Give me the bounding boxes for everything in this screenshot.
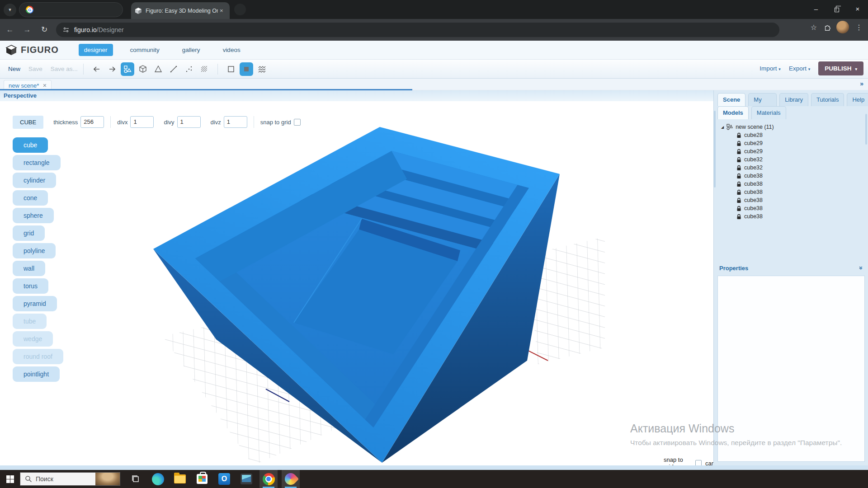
scene-tab-close-icon[interactable]: ✕ [42,83,47,89]
tab-overflow-icon[interactable]: » [860,80,863,87]
tree-item[interactable]: cube38 [714,212,868,221]
window-close-button[interactable]: × [847,0,868,18]
vertices-tool-button[interactable] [182,62,196,76]
import-dropdown[interactable]: Import ▾ [760,65,781,72]
reload-icon[interactable]: ↻ [37,23,52,37]
panel-tab[interactable]: Library [779,93,808,106]
taskbar-app-chrome[interactable] [259,470,278,488]
panel-tab[interactable]: Help [847,93,868,106]
panel-scrollbar-left[interactable] [714,111,716,188]
extensions-puzzle-icon[interactable] [824,23,832,31]
profile-avatar[interactable] [836,21,849,33]
render-solid-button[interactable] [240,62,253,76]
cone-tool-button[interactable] [151,62,165,76]
tree-item[interactable]: cube32 [714,155,868,164]
taskbar-app-photos[interactable] [237,470,255,488]
url-bar[interactable]: figuro.io/Designer [56,23,779,37]
tree-expand-icon[interactable]: ◢ [721,125,724,129]
file-menu-item[interactable]: Save [28,66,42,72]
browser-tab-active[interactable]: Figuro: Easy 3D Modeling Onli × [131,2,230,19]
panel-scrollbar-right[interactable] [865,114,867,145]
back-icon[interactable]: ← [3,23,17,37]
line-tool-button[interactable] [167,62,180,76]
tree-item[interactable]: cube32 [714,164,868,172]
browser-menu-icon[interactable]: ⋮ [854,23,864,32]
panel-tab[interactable]: Scene [717,93,745,106]
wireframe-button[interactable] [198,62,211,76]
export-dropdown[interactable]: Export ▾ [789,65,810,72]
taskbar-app-explorer[interactable] [171,470,189,488]
redo-button[interactable] [105,62,119,76]
shape-button[interactable]: pyramid [13,296,57,311]
tree-item[interactable]: cube38 [714,204,868,212]
shape-button[interactable]: pointlight [13,366,60,382]
snap-to-grid-checkbox[interactable] [294,119,301,126]
shape-button[interactable]: cylinder [13,173,56,188]
snap-to-grid-checkbox-2[interactable] [695,460,702,466]
taskbar-app-outlook[interactable] [215,470,233,488]
window-restore-button[interactable] [826,0,847,18]
taskbar-search[interactable]: Поиск [20,472,120,486]
panel-subtab[interactable]: Materials [751,106,786,119]
tree-item[interactable]: cube29 [714,147,868,155]
viewport-3d[interactable]: CUBE thickness 256 divx 1 divy 1 divz 1 … [0,101,713,465]
new-tab-button[interactable] [234,4,246,15]
nav-item[interactable]: community [125,44,165,56]
tree-item[interactable]: cube29 [714,139,868,147]
forward-icon[interactable]: → [20,23,34,37]
divy-input[interactable]: 1 [177,116,201,128]
tree-item[interactable]: cube38 [714,196,868,204]
shape-button[interactable]: wedge [13,331,53,347]
window-minimize-button[interactable]: – [806,0,826,18]
search-highlight-image[interactable] [95,473,120,485]
nav-item[interactable]: gallery [177,44,206,56]
shape-button[interactable]: rectangle [13,155,61,170]
shape-button[interactable]: round roof [13,349,63,364]
scene-3d-canvas[interactable] [0,101,713,465]
pool-model[interactable] [121,104,572,465]
divx-input[interactable]: 1 [130,116,154,128]
tree-item[interactable]: cube38 [714,180,868,188]
browser-tab-inactive[interactable] [19,2,123,17]
tree-item[interactable]: cube28 [714,131,868,139]
tab-close-icon[interactable]: × [220,7,223,14]
properties-header[interactable]: Properties » [719,264,863,272]
start-button[interactable] [0,470,20,488]
cube-tool-button[interactable] [136,62,150,76]
tree-root-row[interactable]: ◢ new scene (11) [714,123,868,131]
thickness-input[interactable]: 256 [80,116,104,128]
panel-tab[interactable]: My Assets [748,93,777,106]
divz-input[interactable]: 1 [224,116,247,128]
shape-button[interactable]: cone [13,190,48,206]
tree-item[interactable]: cube38 [714,172,868,180]
site-info-icon[interactable] [62,26,70,33]
panel-tab[interactable]: Tutorials [811,93,844,106]
nav-item[interactable]: designer [79,44,113,56]
bookmark-star-icon[interactable]: ☆ [808,23,819,32]
panel-subtab[interactable]: Models [717,106,749,119]
shape-button[interactable]: sphere [13,208,54,223]
tree-item[interactable]: cube38 [714,188,868,196]
shape-button[interactable]: tube [13,314,47,329]
render-textured-button[interactable] [255,62,269,76]
taskbar-app-edge[interactable] [149,470,167,488]
file-menu-item[interactable]: Save as... [51,66,78,72]
collapse-chevron-icon[interactable]: » [858,266,865,270]
undo-button[interactable] [90,62,104,76]
publish-button[interactable]: PUBLISH▾ [818,61,863,75]
shape-button[interactable]: cube [13,137,48,153]
file-menu-item[interactable]: New [8,66,20,72]
render-wire-button[interactable] [224,62,238,76]
lock-icon [736,149,741,155]
shape-button[interactable]: torus [13,278,48,294]
figuro-logo[interactable]: FIGURO [5,44,59,56]
nav-item[interactable]: videos [217,44,246,56]
shapes-mode-button[interactable] [121,62,134,76]
shape-button[interactable]: wall [13,261,45,276]
shape-button[interactable]: grid [13,225,45,241]
taskbar-app-store[interactable] [193,470,211,488]
task-view-button[interactable] [127,470,145,488]
shape-button[interactable]: polyline [13,243,56,258]
tab-search-chevron-icon[interactable]: ▾ [4,4,16,16]
taskbar-app-paint[interactable] [282,470,300,488]
